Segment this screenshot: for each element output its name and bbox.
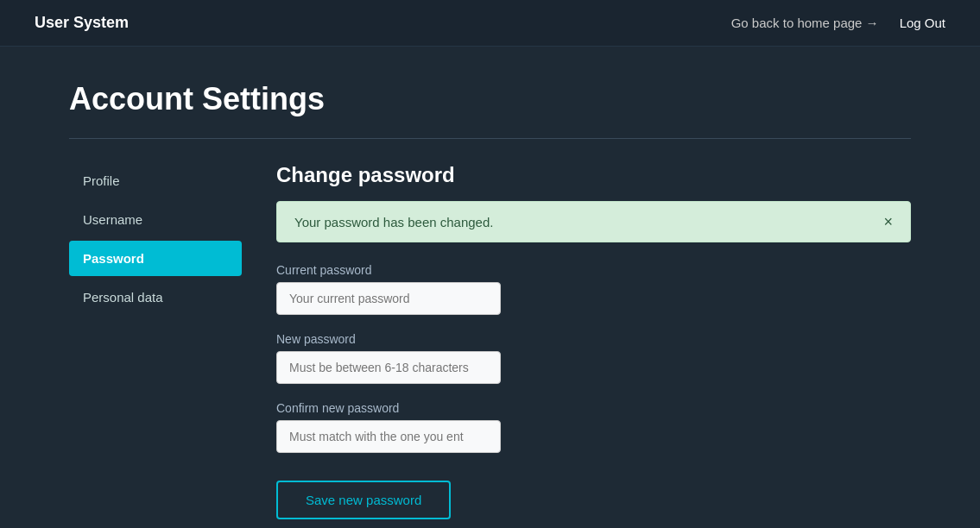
current-password-label: Current password [276,263,911,277]
current-password-group: Current password [276,263,911,315]
page-title: Account Settings [69,81,911,117]
new-password-input[interactable] [276,351,501,384]
header-nav: Go back to home page → Log Out [731,16,945,30]
new-password-group: New password [276,332,911,384]
logout-button[interactable]: Log Out [900,16,945,30]
new-password-label: New password [276,332,911,346]
sidebar-item-password[interactable]: Password [69,241,242,276]
sidebar-item-username[interactable]: Username [69,202,242,237]
app-logo: User System [35,14,129,32]
alert-close-button[interactable]: × [883,214,893,229]
confirm-password-label: Confirm new password [276,401,911,415]
divider [69,138,911,139]
content-area: Profile Username Password Personal data … [69,163,911,519]
confirm-password-group: Confirm new password [276,401,911,453]
right-content: Change password Your password has been c… [276,163,911,519]
change-password-form: Current password New password Confirm ne… [276,263,911,519]
home-link[interactable]: Go back to home page → [731,16,879,30]
sidebar-item-profile[interactable]: Profile [69,163,242,198]
main-container: Account Settings Profile Username Passwo… [0,47,980,528]
success-alert: Your password has been changed. × [276,201,911,242]
sidebar-item-personal-data[interactable]: Personal data [69,280,242,315]
section-title: Change password [276,163,911,187]
save-password-button[interactable]: Save new password [276,481,451,519]
alert-message: Your password has been changed. [294,215,493,229]
confirm-password-input[interactable] [276,420,501,453]
header: User System Go back to home page → Log O… [0,0,980,47]
current-password-input[interactable] [276,282,501,315]
sidebar: Profile Username Password Personal data [69,163,242,519]
